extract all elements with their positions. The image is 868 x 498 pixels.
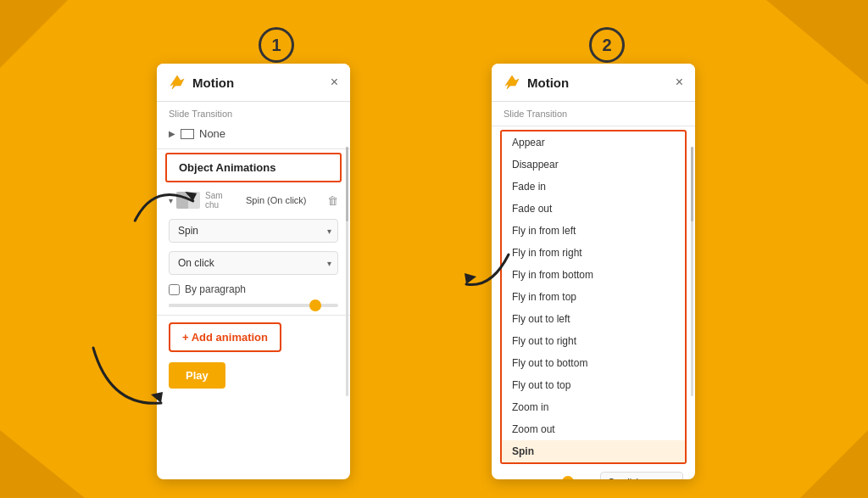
panel-1-header: Motion × <box>157 64 350 102</box>
by-paragraph-label: By paragraph <box>185 283 246 295</box>
animation-dropdown-list: AppearDisappearFade inFade outFly in fro… <box>500 130 687 464</box>
none-label-1: None <box>199 127 225 140</box>
dropdown-list-item[interactable]: Fly in from left <box>502 220 685 242</box>
dropdown-list-item[interactable]: Spin <box>502 440 685 462</box>
svg-marker-1 <box>151 392 163 403</box>
corner-decoration-bl <box>0 430 85 498</box>
panel-2: Motion × Slide Transition AppearDisappea… <box>492 64 695 479</box>
dropdown-list-item[interactable]: Fade in <box>502 176 685 198</box>
arrow-3 <box>449 238 517 309</box>
panel-1-close-button[interactable]: × <box>331 76 338 89</box>
dropdown-list-item[interactable]: Disappear <box>502 154 685 176</box>
slider-thumb-2[interactable] <box>562 476 574 479</box>
step-2-circle: 2 <box>589 27 625 63</box>
dropdown-list-item[interactable]: Fly out to top <box>502 374 685 396</box>
corner-decoration-tr <box>766 0 868 85</box>
dropdown-list-item[interactable]: Fade out <box>502 198 685 220</box>
svg-marker-2 <box>465 273 476 284</box>
dropdown-list-item[interactable]: Fly out to right <box>502 330 685 352</box>
divider-1 <box>157 148 350 149</box>
scrollbar-1[interactable] <box>346 147 348 396</box>
panel-2-close-button[interactable]: × <box>676 76 683 89</box>
motion-icon-1 <box>169 74 186 91</box>
slider-track-1[interactable] <box>169 304 338 307</box>
arrow-2 <box>85 339 186 428</box>
panel-2-header: Motion × <box>492 64 695 102</box>
dropdown-list-item[interactable]: Fly in from bottom <box>502 264 685 286</box>
step-1-circle: 1 <box>259 27 294 63</box>
slider-thumb-1[interactable] <box>309 299 321 311</box>
on-click-select-row: On click After previous With previous <box>157 247 350 279</box>
divider-3 <box>492 126 695 126</box>
panel-1-title: Motion <box>192 76 331 90</box>
motion-icon-2 <box>504 74 520 91</box>
scroll-thumb-1 <box>346 147 348 221</box>
dropdown-list-item[interactable]: Fly in from top <box>502 286 685 308</box>
dropdown-list-item[interactable]: Fly out to bottom <box>502 352 685 374</box>
by-paragraph-checkbox[interactable] <box>169 284 180 295</box>
on-click-select-wrapper: On click After previous With previous <box>169 251 338 275</box>
by-paragraph-row: By paragraph <box>157 279 350 299</box>
divider-2 <box>157 315 350 316</box>
dropdown-list-item[interactable]: Zoom in <box>502 396 685 418</box>
slide-icon-1 <box>181 129 194 139</box>
trash-icon-1[interactable]: 🗑 <box>327 194 338 207</box>
slide-transition-row-1: ▶ None <box>157 122 350 145</box>
p2-on-click-wrapper: On click After previous <box>600 472 683 479</box>
slide-transition-label-2: Slide Transition <box>492 102 695 122</box>
slider-row-1 <box>157 299 350 311</box>
anim-item-label: Spin (On click) <box>246 195 327 205</box>
panel-2-title: Motion <box>527 76 676 90</box>
slider-fill-1 <box>169 304 296 307</box>
dropdown-list-item[interactable]: Fly in from right <box>502 242 685 264</box>
dropdown-list-item[interactable]: Zoom out <box>502 418 685 440</box>
p2-on-click-select[interactable]: On click After previous <box>600 472 683 479</box>
dropdown-list-item[interactable]: Fly out to left <box>502 308 685 330</box>
corner-decoration-tl <box>0 0 68 68</box>
chevron-icon-1: ▶ <box>169 129 175 138</box>
corner-decoration-br <box>800 430 868 498</box>
slide-transition-label-1: Slide Transition <box>157 102 350 122</box>
scrollbar-2[interactable] <box>691 147 693 396</box>
scroll-thumb-2 <box>691 147 693 221</box>
on-click-select[interactable]: On click After previous With previous <box>169 251 338 275</box>
p2-slider-row: On click After previous <box>492 467 695 479</box>
dropdown-list-item[interactable]: Appear <box>502 131 685 154</box>
